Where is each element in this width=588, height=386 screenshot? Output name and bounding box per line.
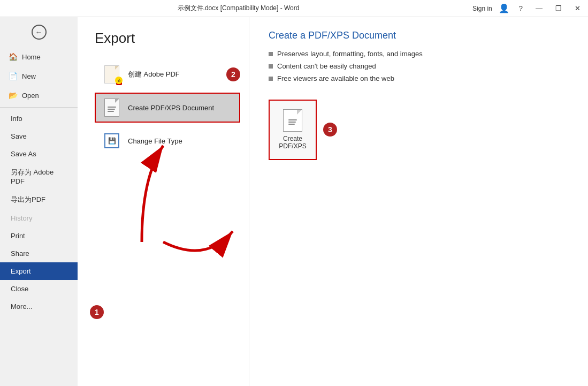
adobe-pdf-label: 创建 Adobe PDF bbox=[128, 70, 180, 79]
sidebar-item-save-adobe[interactable]: 另存为 Adobe PDF bbox=[0, 163, 78, 190]
sidebar-item-home[interactable]: 🏠 Home bbox=[0, 47, 78, 66]
sidebar-item-print[interactable]: Print bbox=[0, 227, 78, 245]
sidebar-item-new[interactable]: 📄 New bbox=[0, 66, 78, 86]
sign-in-link[interactable]: Sign in bbox=[472, 5, 492, 12]
minimize-button[interactable]: — bbox=[532, 3, 546, 13]
home-icon: 🏠 bbox=[9, 52, 18, 61]
sidebar-item-export-pdf[interactable]: 导出为PDF bbox=[0, 190, 78, 209]
adobe-pdf-option[interactable]: A ☆ 创建 Adobe PDF bbox=[95, 59, 222, 89]
bullet-item-2: Content can't be easily changed bbox=[269, 62, 575, 70]
sidebar-item-more[interactable]: More... bbox=[0, 298, 78, 315]
sidebar-item-history[interactable]: History bbox=[0, 209, 78, 227]
open-icon: 📂 bbox=[9, 91, 18, 100]
sidebar-item-label: New bbox=[22, 72, 36, 80]
change-file-type-label: Change File Type bbox=[128, 137, 182, 145]
sidebar-item-save-as[interactable]: Save As bbox=[0, 145, 78, 163]
create-pdf-xps-button[interactable]: Create PDF/XPS bbox=[269, 100, 317, 160]
restore-button[interactable]: ❐ bbox=[552, 3, 565, 13]
step3-badge: 3 bbox=[323, 123, 337, 137]
titlebar: 示例文件.docx [Compatibility Mode] - Word Si… bbox=[0, 0, 588, 17]
close-button[interactable]: ✕ bbox=[571, 3, 584, 13]
bullet-item-3: Free viewers are available on the web bbox=[269, 74, 575, 82]
change-file-type-icon: 💾 bbox=[102, 131, 121, 150]
adobe-pdf-icon: A ☆ bbox=[102, 65, 121, 84]
user-icon[interactable]: 👤 bbox=[499, 3, 509, 13]
sidebar-item-close[interactable]: Close bbox=[0, 280, 78, 298]
titlebar-title: 示例文件.docx [Compatibility Mode] - Word bbox=[4, 4, 472, 13]
bullet-square-2 bbox=[269, 64, 273, 69]
export-bullets-list: Preserves layout, formatting, fonts, and… bbox=[269, 50, 575, 82]
create-pdf-xps-option[interactable]: Create PDF/XPS Document bbox=[95, 93, 240, 123]
step1-badge: 1 bbox=[90, 305, 104, 319]
create-pdf-xps-icon bbox=[102, 98, 121, 117]
export-title: Export bbox=[95, 30, 240, 47]
help-button[interactable]: ? bbox=[516, 3, 526, 13]
sidebar-item-export[interactable]: Export bbox=[0, 262, 78, 280]
create-pdf-btn-label: Create PDF/XPS bbox=[279, 135, 306, 150]
sidebar-item-label: Home bbox=[22, 53, 41, 61]
sidebar-divider bbox=[0, 107, 78, 108]
sidebar-item-share[interactable]: Share bbox=[0, 245, 78, 262]
new-icon: 📄 bbox=[9, 72, 18, 80]
bullet-square-3 bbox=[269, 77, 273, 81]
step2-badge: 2 bbox=[226, 67, 240, 81]
create-pdf-icon bbox=[283, 109, 302, 132]
sidebar: ← 🏠 Home 📄 New 📂 Open Info Save Save As … bbox=[0, 17, 78, 386]
bullet-item-1: Preserves layout, formatting, fonts, and… bbox=[269, 50, 575, 58]
sidebar-item-open[interactable]: 📂 Open bbox=[0, 86, 78, 105]
change-file-type-option[interactable]: 💾 Change File Type bbox=[95, 126, 240, 156]
right-panel-title: Create a PDF/XPS Document bbox=[269, 30, 575, 41]
sidebar-item-label: Open bbox=[22, 92, 39, 100]
back-button[interactable]: ← bbox=[0, 17, 78, 47]
sidebar-item-save[interactable]: Save bbox=[0, 127, 78, 145]
bullet-square-1 bbox=[269, 52, 273, 56]
create-pdf-xps-label: Create PDF/XPS Document bbox=[128, 104, 214, 112]
sidebar-item-info[interactable]: Info bbox=[0, 110, 78, 127]
